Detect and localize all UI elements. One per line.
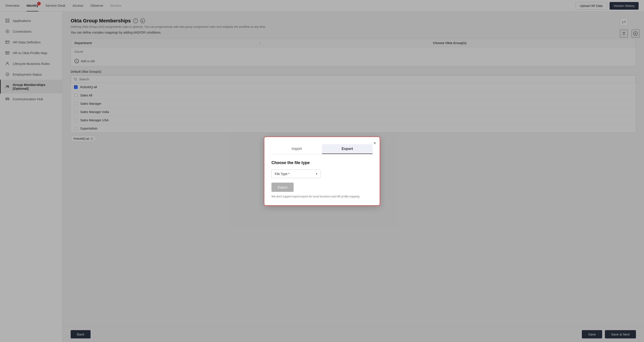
modal-note: We don't support import-export for excel… bbox=[272, 195, 372, 198]
tab-export[interactable]: Export bbox=[322, 144, 372, 154]
dropdown-arrow-icon: ▾ bbox=[316, 172, 317, 175]
file-type-label: File Type * bbox=[275, 172, 290, 176]
modal-tabs: Import Export bbox=[272, 144, 372, 154]
tab-import[interactable]: Import bbox=[272, 144, 322, 154]
export-button[interactable]: Export bbox=[272, 183, 294, 192]
file-type-dropdown[interactable]: File Type * ▾ bbox=[272, 170, 321, 178]
modal-dialog: × Import Export Choose the file type Fil… bbox=[264, 137, 380, 206]
modal-close-button[interactable]: × bbox=[374, 141, 376, 146]
modal-title: Choose the file type bbox=[272, 160, 372, 165]
modal-overlay: × Import Export Choose the file type Fil… bbox=[0, 0, 644, 342]
